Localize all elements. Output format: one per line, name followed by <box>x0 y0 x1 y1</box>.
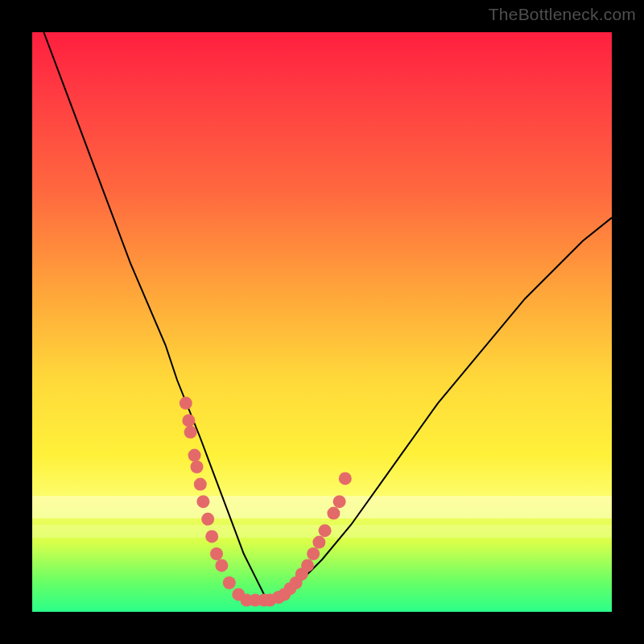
bead-marker <box>184 426 197 439</box>
curve-svg <box>32 32 612 612</box>
bead-marker <box>201 513 214 526</box>
bead-marker <box>180 397 192 410</box>
bead-marker <box>215 559 228 572</box>
watermark-text: TheBottleneck.com <box>489 5 636 24</box>
bead-marker <box>196 495 209 508</box>
bead-marker <box>301 559 314 572</box>
bead-marker <box>182 414 195 427</box>
bead-marker <box>312 536 325 549</box>
bead-marker <box>191 460 204 473</box>
bead-marker <box>210 547 223 560</box>
bead-marker <box>194 478 207 491</box>
marker-cluster-left <box>180 397 276 607</box>
bead-marker <box>327 507 340 520</box>
chart-frame: TheBottleneck.com <box>0 0 644 644</box>
bead-marker <box>333 495 346 508</box>
bead-marker <box>339 472 352 485</box>
bead-marker <box>188 449 201 462</box>
bead-marker <box>205 530 218 543</box>
bead-marker <box>223 576 236 589</box>
plot-area <box>32 32 612 612</box>
bead-marker <box>319 524 332 537</box>
bead-marker <box>307 547 320 560</box>
